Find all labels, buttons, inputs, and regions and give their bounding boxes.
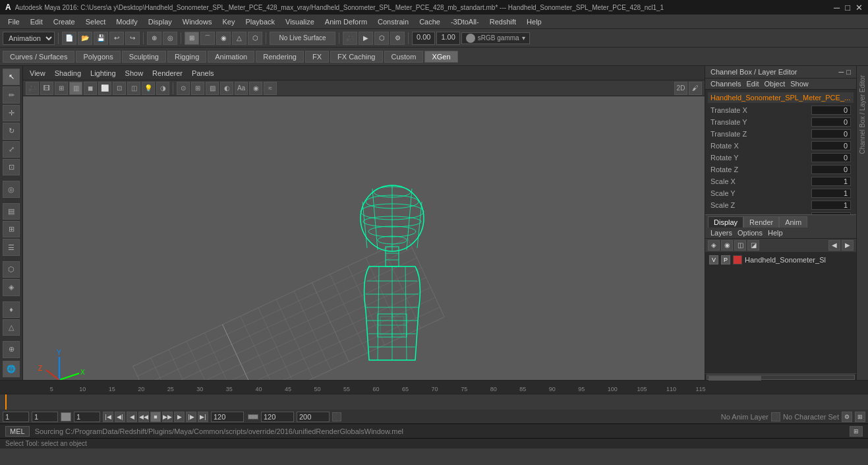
layer-create-from-selected-button[interactable]: ◉ [721, 240, 733, 251]
char-set-extra-button[interactable]: ⊞ [855, 412, 865, 422]
last-tool-button[interactable]: ⊡ [3, 159, 20, 175]
current-frame-input[interactable] [32, 412, 58, 422]
menu-item-key[interactable]: Key [217, 15, 240, 28]
play-back-button[interactable]: ◀◀ [138, 412, 149, 422]
tab-xgen[interactable]: XGen [424, 51, 457, 63]
menu-item--3dtoall-[interactable]: -3DtoAll- [446, 15, 484, 28]
menu-item-modify[interactable]: Modify [111, 15, 142, 28]
ipr-button[interactable]: ⬡ [374, 32, 389, 45]
menu-item-playback[interactable]: Playback [240, 15, 280, 28]
select-tool-button[interactable]: ↖ [3, 69, 20, 85]
layer-p-button[interactable]: P [721, 255, 730, 264]
scale-tool-button[interactable]: ⤢ [3, 141, 20, 158]
vp-menu-show[interactable]: Show [121, 69, 148, 77]
cb-menu-channels[interactable]: Channels [710, 80, 741, 88]
vp-menu-renderer[interactable]: Renderer [148, 69, 187, 77]
soft-mod-button[interactable]: ◎ [3, 181, 20, 197]
go-to-end-button[interactable]: ▶| [198, 412, 208, 422]
quick-select-button[interactable]: ⊕ [3, 341, 20, 357]
close-button[interactable]: ✕ [855, 3, 863, 13]
layer-arrow-left-button[interactable]: ◀ [828, 240, 840, 251]
vp-2d-button[interactable]: 2D [674, 82, 687, 95]
rp-max-button[interactable]: □ [846, 68, 851, 76]
layer-remove-button[interactable]: ◪ [747, 240, 759, 251]
tab-display[interactable]: Display [708, 216, 743, 228]
vp-shadow-button[interactable]: ◑ [156, 82, 169, 95]
vp-film-button[interactable]: 🎞 [40, 82, 53, 95]
snap-live-button[interactable]: ⬡ [248, 32, 262, 45]
cb-value-scalez[interactable]: 1 [811, 201, 851, 210]
layer-scrollbar[interactable] [705, 373, 856, 380]
menu-item-redshift[interactable]: Redshift [484, 15, 521, 28]
cb-value-scalex[interactable]: 1 [811, 177, 851, 186]
layer-create-button[interactable]: ◈ [708, 240, 720, 251]
menu-item-windows[interactable]: Windows [177, 15, 217, 28]
menu-item-create[interactable]: Create [48, 15, 80, 28]
layer-vis-button[interactable]: V [709, 255, 718, 264]
tab-curves-/-surfaces[interactable]: Curves / Surfaces [3, 51, 74, 63]
next-frame-button[interactable]: ▶ [174, 412, 185, 422]
range-end-input[interactable] [261, 412, 294, 422]
snap-grid-button[interactable]: ⊞ [185, 32, 199, 45]
vp-bounding-button[interactable]: ⬜ [98, 82, 111, 95]
cb-menu-show[interactable]: Show [790, 80, 809, 88]
mode-dropdown[interactable]: Animation [3, 32, 55, 45]
no-live-surface-button[interactable]: No Live Surface [270, 32, 335, 45]
tab-fx[interactable]: FX [305, 51, 329, 63]
vp-grid-button[interactable]: ⊞ [191, 82, 204, 95]
range-max-input[interactable] [297, 412, 330, 422]
rotate-tool-button[interactable]: ↻ [3, 123, 20, 139]
snap-point-button[interactable]: ◉ [216, 32, 231, 45]
vp-isolate-button[interactable]: ⊙ [177, 82, 190, 95]
cb-menu-edit[interactable]: Edit [746, 80, 759, 88]
show-all-button[interactable]: ⊞ [3, 221, 20, 237]
menu-item-cache[interactable]: Cache [414, 15, 446, 28]
move-tool-button[interactable]: ✛ [3, 105, 20, 121]
layer-add-selected-button[interactable]: ◫ [734, 240, 746, 251]
undo-button[interactable]: ↩ [109, 32, 124, 45]
snap-surface-button[interactable]: △ [232, 32, 246, 45]
viewport-canvas[interactable]: X Y Z persp [23, 96, 705, 380]
brush-button[interactable]: ♦ [3, 301, 20, 318]
cb-value-rotatez[interactable]: 0 [811, 165, 851, 174]
hypershade-button[interactable]: ◈ [3, 279, 20, 295]
tab-rendering[interactable]: Rendering [256, 51, 304, 63]
vp-texture-button[interactable]: ◫ [127, 82, 140, 95]
end-frame-input[interactable] [211, 412, 244, 422]
timeline-track[interactable] [0, 394, 868, 410]
paint-select-button[interactable]: ✏ [3, 86, 20, 103]
vp-menu-lighting[interactable]: Lighting [86, 69, 120, 77]
gamma-display[interactable]: sRGB gamma ▾ [461, 32, 530, 44]
vp-aa-button[interactable]: Aa [235, 82, 248, 95]
menu-item-edit[interactable]: Edit [25, 15, 48, 28]
range-slider[interactable] [248, 414, 258, 419]
go-to-start-button[interactable]: |◀ [103, 412, 113, 422]
cb-value-scaley[interactable]: 1 [811, 189, 851, 198]
cb-value-translatez[interactable]: 0 [811, 129, 851, 139]
gamma-dropdown-icon[interactable]: ▾ [522, 34, 525, 42]
snap-curve-button[interactable]: ⌒ [200, 32, 215, 45]
menu-item-anim-deform[interactable]: Anim Deform [320, 15, 372, 28]
open-file-button[interactable]: 📂 [78, 32, 92, 45]
menu-item-file[interactable]: File [3, 15, 25, 28]
menu-item-display[interactable]: Display [143, 15, 177, 28]
save-file-button[interactable]: 💾 [94, 32, 108, 45]
sculpt-button[interactable]: △ [3, 319, 20, 336]
tab-sculpting[interactable]: Sculpting [122, 51, 166, 63]
render-view-button[interactable]: ⬡ [3, 261, 20, 278]
vp-dof-button[interactable]: ◉ [249, 82, 262, 95]
vp-camera-button[interactable]: 🎥 [26, 82, 39, 95]
menu-item-select[interactable]: Select [80, 15, 111, 28]
vp-menu-panels[interactable]: Panels [188, 69, 218, 77]
render-settings-button[interactable]: ⚙ [390, 32, 405, 45]
script-editor-button[interactable]: ⊞ [850, 426, 863, 437]
current-frame-display[interactable] [74, 412, 100, 422]
attribute-editor-strip[interactable]: Channel Box / Layer Editor [856, 66, 868, 380]
vp-hud-button[interactable]: ▨ [206, 82, 219, 95]
menu-item-visualize[interactable]: Visualize [280, 15, 320, 28]
cb-value-translatey[interactable]: 0 [811, 117, 851, 127]
maximize-button[interactable]: □ [845, 3, 850, 13]
minimize-button[interactable]: ─ [834, 3, 840, 13]
rp-min-button[interactable]: ─ [839, 68, 844, 76]
char-set-settings-button[interactable]: ⚙ [842, 412, 852, 422]
